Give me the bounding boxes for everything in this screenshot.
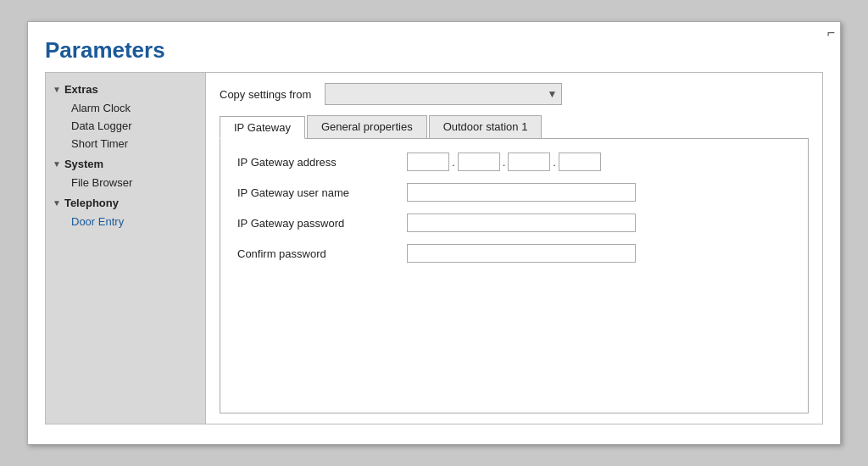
copy-settings-row: Copy settings from ▼	[220, 83, 809, 105]
ip-octet-4[interactable]	[559, 153, 601, 171]
sidebar-item-alarm-clock[interactable]: Alarm Clock	[46, 99, 205, 117]
tabs: IP Gateway General properties Outdoor st…	[220, 115, 809, 139]
extras-arrow-icon: ▼	[53, 85, 61, 94]
telephony-arrow-icon: ▼	[53, 198, 61, 208]
copy-settings-select[interactable]	[325, 83, 562, 105]
ip-octet-1[interactable]	[407, 153, 449, 171]
tab-content-ip-gateway: IP Gateway address . . . IP Gateway user…	[220, 139, 809, 413]
copy-settings-select-wrapper: ▼	[325, 83, 562, 105]
tab-ip-gateway[interactable]: IP Gateway	[220, 116, 305, 139]
corner-icon: ⌐	[827, 25, 835, 41]
page-title: Parameters	[28, 22, 840, 72]
sidebar-group-label-system[interactable]: ▼ System	[46, 154, 205, 174]
form-row-username: IP Gateway user name	[237, 183, 791, 202]
ip-octet-3[interactable]	[508, 153, 550, 171]
confirm-password-input[interactable]	[407, 244, 636, 263]
sidebar-item-file-browser[interactable]: File Browser	[46, 174, 205, 191]
sidebar: ▼ Extras Alarm Clock Data Logger Short T…	[45, 72, 206, 424]
content-area: ▼ Extras Alarm Clock Data Logger Short T…	[28, 72, 840, 433]
ip-octet-2[interactable]	[458, 153, 500, 171]
form-row-confirm-password: Confirm password	[237, 244, 791, 263]
password-label: IP Gateway password	[237, 217, 407, 230]
tab-outdoor-station-1[interactable]: Outdoor station 1	[429, 115, 542, 138]
ip-address-label: IP Gateway address	[237, 156, 407, 169]
main-window: ⌐ Parameters ▼ Extras Alarm Clock Data L…	[27, 21, 841, 445]
sidebar-item-door-entry[interactable]: Door Entry	[46, 213, 205, 230]
system-label: System	[64, 158, 103, 170]
sidebar-item-short-timer[interactable]: Short Timer	[46, 135, 205, 153]
ip-dot-3: .	[553, 156, 556, 169]
ip-dot-2: .	[503, 156, 506, 169]
sidebar-group-label-extras[interactable]: ▼ Extras	[46, 80, 205, 99]
copy-settings-label: Copy settings from	[220, 88, 311, 101]
sidebar-group-telephony: ▼ Telephony Door Entry	[46, 193, 205, 230]
form-row-ip-address: IP Gateway address . . .	[237, 153, 791, 171]
ip-dot-1: .	[452, 156, 455, 169]
telephony-label: Telephony	[64, 197, 119, 209]
ip-fields: . . .	[407, 153, 601, 171]
sidebar-group-label-telephony[interactable]: ▼ Telephony	[46, 193, 205, 213]
main-panel: Copy settings from ▼ IP Gateway General …	[206, 72, 823, 424]
password-input[interactable]	[407, 214, 636, 232]
sidebar-group-extras: ▼ Extras Alarm Clock Data Logger Short T…	[46, 80, 205, 153]
tab-general-properties[interactable]: General properties	[307, 115, 427, 138]
confirm-password-label: Confirm password	[237, 247, 407, 260]
sidebar-item-data-logger[interactable]: Data Logger	[46, 117, 205, 135]
sidebar-group-system: ▼ System File Browser	[46, 154, 205, 191]
username-input[interactable]	[407, 183, 636, 202]
username-label: IP Gateway user name	[237, 186, 407, 199]
system-arrow-icon: ▼	[53, 159, 61, 169]
extras-label: Extras	[64, 83, 98, 96]
form-row-password: IP Gateway password	[237, 214, 791, 232]
